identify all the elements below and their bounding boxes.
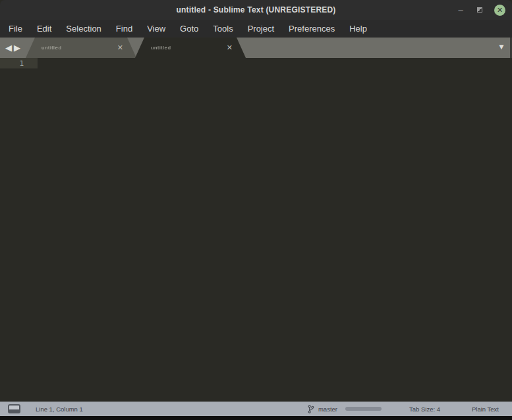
tab-size-indicator[interactable]: Tab Size: 4 bbox=[409, 406, 440, 413]
line-number: 1 bbox=[19, 59, 24, 68]
tab-overflow-icon[interactable]: ▼ bbox=[498, 43, 505, 51]
panel-toggle-icon[interactable] bbox=[8, 404, 20, 413]
menu-file[interactable]: File bbox=[1, 21, 30, 36]
menu-view[interactable]: View bbox=[140, 21, 173, 36]
editor-area[interactable]: 1 bbox=[0, 58, 512, 402]
menu-tools[interactable]: Tools bbox=[206, 21, 240, 36]
tab-close-icon[interactable]: ✕ bbox=[112, 44, 123, 51]
minimize-button[interactable]: – bbox=[456, 5, 465, 14]
restore-button[interactable] bbox=[477, 7, 482, 13]
tab-untitled-2[interactable]: untitled ✕ bbox=[135, 38, 246, 58]
statusbar: Line 1, Column 1 master Tab Size: 4 Plai… bbox=[0, 402, 512, 416]
minimize-icon: – bbox=[458, 6, 463, 14]
menu-help[interactable]: Help bbox=[342, 21, 374, 36]
close-icon: ✕ bbox=[497, 7, 503, 14]
sublime-text-window: untitled - Sublime Text (UNREGISTERED) –… bbox=[0, 0, 512, 420]
cursor-position: Line 1, Column 1 bbox=[36, 406, 83, 413]
progress-bar bbox=[345, 407, 382, 411]
menu-find[interactable]: Find bbox=[109, 21, 140, 36]
tab-untitled-1[interactable]: untitled ✕ bbox=[26, 38, 136, 58]
menu-goto[interactable]: Goto bbox=[173, 21, 206, 36]
menu-edit[interactable]: Edit bbox=[30, 21, 59, 36]
tabbar: ◀ ▶ untitled ✕ untitled ✕ ▼ bbox=[0, 38, 512, 58]
close-button[interactable]: ✕ bbox=[494, 5, 505, 16]
window-bottom-edge bbox=[0, 416, 512, 420]
gutter-current-line: 1 bbox=[0, 58, 38, 68]
menu-preferences[interactable]: Preferences bbox=[281, 21, 342, 36]
window-title: untitled - Sublime Text (UNREGISTERED) bbox=[0, 5, 512, 14]
tab-close-icon[interactable]: ✕ bbox=[221, 44, 233, 51]
tab-scroll-controls: ◀ ▶ bbox=[0, 38, 26, 58]
titlebar[interactable]: untitled - Sublime Text (UNREGISTERED) –… bbox=[0, 0, 512, 20]
tab-scroll-left-icon[interactable]: ◀ bbox=[5, 43, 12, 52]
git-branch-icon bbox=[308, 405, 314, 413]
menubar: File Edit Selection Find View Goto Tools… bbox=[0, 20, 512, 38]
git-branch-label: master bbox=[318, 406, 337, 413]
tab-label: untitled bbox=[42, 45, 112, 51]
tab-scroll-right-icon[interactable]: ▶ bbox=[14, 43, 20, 52]
menu-selection[interactable]: Selection bbox=[59, 21, 108, 36]
syntax-indicator[interactable]: Plain Text bbox=[472, 406, 499, 413]
git-branch-segment: master bbox=[308, 405, 382, 413]
window-controls: – ✕ bbox=[456, 5, 512, 16]
menu-project[interactable]: Project bbox=[241, 21, 281, 36]
tab-label: untitled bbox=[151, 45, 221, 51]
